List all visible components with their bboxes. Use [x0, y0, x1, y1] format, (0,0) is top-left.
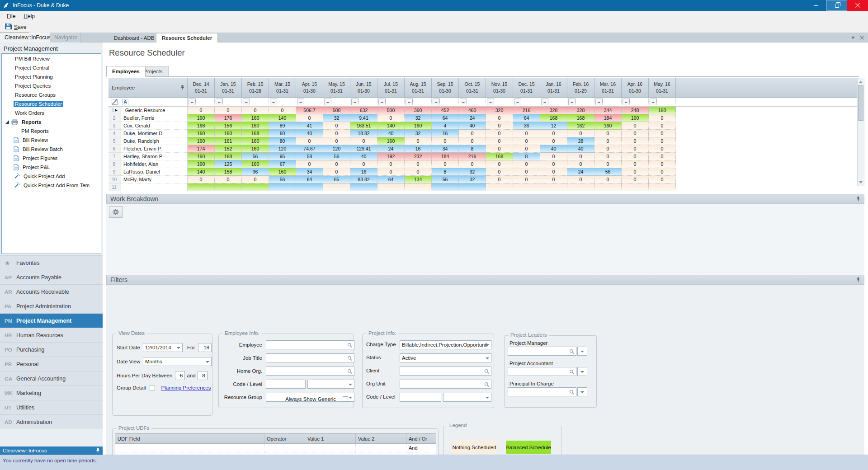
schedule-cell[interactable]: 9.41: [350, 114, 377, 122]
schedule-cell[interactable]: 160: [269, 168, 296, 176]
schedule-cell[interactable]: 65: [323, 176, 350, 183]
scroll-up-button[interactable]: [858, 78, 864, 85]
schedule-cell[interactable]: 0: [296, 114, 323, 122]
grid-vertical-scrollbar[interactable]: [857, 78, 864, 186]
row-number[interactable]: 2: [108, 114, 121, 122]
schedule-cell[interactable]: 140: [188, 168, 215, 176]
schedule-cell[interactable]: 184: [432, 153, 459, 160]
month-column-header[interactable]: Feb. 15 01-28: [242, 78, 269, 97]
schedule-cell[interactable]: [432, 183, 459, 191]
schedule-cell[interactable]: [486, 183, 513, 191]
schedule-cell[interactable]: 0: [622, 176, 649, 183]
month-column-header[interactable]: May. 16 01-31: [649, 78, 676, 97]
month-filter-cell[interactable]: =: [350, 98, 377, 106]
schedule-cell[interactable]: 0: [649, 122, 676, 130]
doc-tab-resource-scheduler[interactable]: Resource Scheduler: [156, 33, 218, 42]
schedule-cell[interactable]: 0: [649, 176, 676, 183]
schedule-cell[interactable]: 0: [649, 145, 676, 153]
month-column-header[interactable]: Apr. 15 01-30: [296, 78, 323, 97]
schedule-cell[interactable]: 0: [649, 130, 676, 137]
equals-operator-button[interactable]: =: [650, 99, 657, 105]
level-select[interactable]: [443, 393, 491, 402]
schedule-cell[interactable]: [242, 183, 269, 191]
row-number[interactable]: 1▶: [108, 107, 121, 114]
row-number[interactable]: 11: [108, 183, 121, 191]
search-input[interactable]: [400, 380, 491, 389]
schedule-cell[interactable]: 0: [486, 137, 513, 145]
schedule-cell[interactable]: [350, 183, 377, 191]
module-item[interactable]: AD Administration: [0, 414, 103, 429]
schedule-cell[interactable]: 0: [405, 168, 432, 176]
tree-item[interactable]: Quick Project Add From Tem: [2, 181, 101, 190]
udf-column-header[interactable]: And / Or: [406, 434, 436, 443]
employee-name-cell[interactable]: LaRusso, Daniel: [121, 168, 188, 176]
schedule-cell[interactable]: 64: [513, 114, 540, 122]
schedule-cell[interactable]: 0: [513, 130, 540, 137]
schedule-cell[interactable]: 216: [459, 153, 486, 160]
schedule-cell[interactable]: 16: [405, 145, 432, 153]
month-column-header[interactable]: May. 15 01-31: [323, 78, 350, 97]
schedule-cell[interactable]: 0: [622, 160, 649, 168]
schedule-cell[interactable]: 160: [622, 114, 649, 122]
schedule-cell[interactable]: 16: [350, 168, 377, 176]
hours-min-input[interactable]: 6: [175, 371, 185, 380]
scrollbar-thumb[interactable]: [858, 85, 863, 121]
schedule-cell[interactable]: 160: [242, 114, 269, 122]
schedule-cell[interactable]: 16: [432, 130, 459, 137]
schedule-cell[interactable]: 0: [323, 160, 350, 168]
menu-item[interactable]: Help: [20, 12, 38, 20]
module-item[interactable]: GA General Accounting: [0, 371, 103, 385]
schedule-cell[interactable]: 168: [215, 153, 242, 160]
schedule-cell[interactable]: 344: [594, 107, 622, 114]
schedule-cell[interactable]: 96: [242, 168, 269, 176]
month-column-header[interactable]: Jan. 16 01-31: [540, 78, 567, 97]
schedule-cell[interactable]: 160: [377, 137, 405, 145]
hours-max-input[interactable]: 8: [198, 371, 208, 380]
schedule-cell[interactable]: 0: [567, 176, 594, 183]
month-filter-cell[interactable]: =: [649, 98, 676, 106]
schedule-cell[interactable]: 0: [242, 107, 269, 114]
schedule-cell[interactable]: 56: [432, 176, 459, 183]
schedule-cell[interactable]: 156: [215, 122, 242, 130]
schedule-cell[interactable]: 163.51: [350, 122, 377, 130]
row-number[interactable]: 5: [108, 137, 121, 145]
schedule-cell[interactable]: [188, 183, 215, 191]
tree-item[interactable]: Bill Review: [2, 136, 101, 145]
udf-field-cell[interactable]: [115, 444, 264, 452]
schedule-cell[interactable]: [649, 183, 676, 191]
schedule-cell[interactable]: 28: [567, 137, 594, 145]
schedule-cell[interactable]: 162: [567, 122, 594, 130]
schedule-cell[interactable]: 168: [242, 130, 269, 137]
schedule-cell[interactable]: 56: [242, 153, 269, 160]
schedule-cell[interactable]: 40: [350, 153, 377, 160]
schedule-cell[interactable]: 32: [459, 176, 486, 183]
settings-button[interactable]: [109, 206, 123, 218]
schedule-cell[interactable]: 0: [540, 137, 567, 145]
schedule-cell[interactable]: 0: [622, 145, 649, 153]
group-detail-checkbox[interactable]: [150, 385, 155, 390]
schedule-cell[interactable]: 67: [269, 160, 296, 168]
month-filter-cell[interactable]: =: [459, 98, 486, 106]
equals-operator-button[interactable]: =: [297, 99, 304, 105]
schedule-cell[interactable]: 0: [540, 168, 567, 176]
row-number[interactable]: 8: [108, 160, 121, 168]
schedule-cell[interactable]: 500: [377, 107, 405, 114]
for-input[interactable]: 18: [198, 343, 212, 352]
month-column-header[interactable]: Mar. 15 01-31: [269, 78, 296, 97]
module-item[interactable]: MK Marketing: [0, 385, 103, 400]
schedule-cell[interactable]: 32: [323, 114, 350, 122]
month-filter-cell[interactable]: =: [486, 98, 513, 106]
schedule-cell[interactable]: 0: [486, 122, 513, 130]
month-column-header[interactable]: Dec. 15 01-31: [513, 78, 540, 97]
schedule-cell[interactable]: [323, 183, 350, 191]
schedule-cell[interactable]: [296, 183, 323, 191]
schedule-cell[interactable]: 168: [188, 122, 215, 130]
schedule-cell[interactable]: 0: [377, 160, 405, 168]
month-filter-cell[interactable]: =: [296, 98, 323, 106]
schedule-cell[interactable]: 160: [215, 130, 242, 137]
schedule-cell[interactable]: 0: [594, 137, 622, 145]
schedule-cell[interactable]: 0: [188, 107, 215, 114]
month-column-header[interactable]: Oct. 15 01-31: [459, 78, 486, 97]
schedule-cell[interactable]: 40: [296, 130, 323, 137]
schedule-cell[interactable]: 34: [432, 145, 459, 153]
